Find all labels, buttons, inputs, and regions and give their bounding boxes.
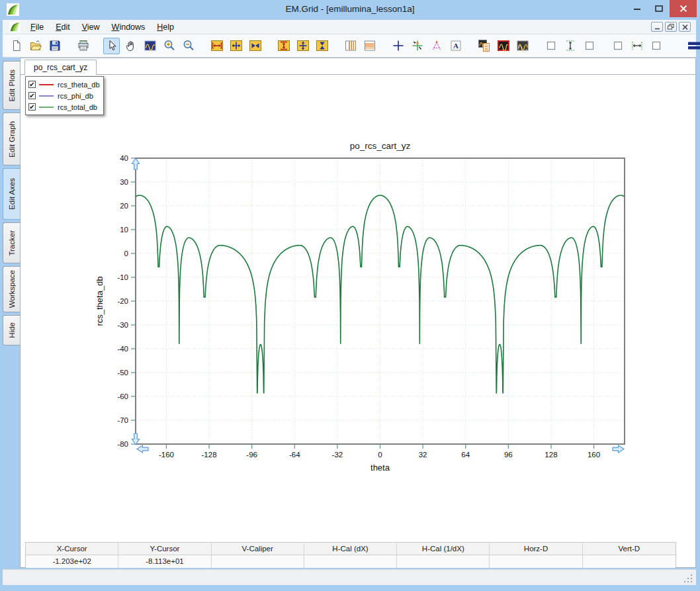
y-tick-label: -40 <box>117 345 128 353</box>
menu-edit[interactable]: Edit <box>50 21 76 34</box>
x-axis-right-handle[interactable] <box>613 445 624 453</box>
mdi-minimize-button[interactable] <box>651 22 663 32</box>
pan-hand-button[interactable] <box>122 38 139 54</box>
y-tick-label: -30 <box>117 321 128 329</box>
zoom-out-button[interactable] <box>180 38 197 54</box>
maximize-button[interactable] <box>648 0 670 17</box>
legend-label: rcs_phi_db <box>58 92 93 100</box>
expand-horizontal-button[interactable] <box>208 38 225 54</box>
mdi-window-controls <box>651 22 691 32</box>
status-val-Vert-D <box>583 555 676 568</box>
status-col-X-Cursor: X-Cursor <box>26 543 118 555</box>
box-blank-2-button[interactable] <box>581 38 597 54</box>
zoom-in-button[interactable] <box>161 38 177 54</box>
x-tick-label: -128 <box>202 451 217 459</box>
chart-title: po_rcs_cart_yz <box>350 141 411 151</box>
new-document-button[interactable] <box>8 38 24 54</box>
chart-plot-area[interactable]: -160-128-96-64-320326496128160403020100-… <box>93 133 669 484</box>
legend-box: ✔rcs_theta_db✔rcs_phi_db✔rcs_total_db <box>25 76 104 115</box>
legend-checkbox-rcs_phi_db[interactable]: ✔ <box>28 92 36 99</box>
horizontal-markers-button[interactable] <box>361 38 378 54</box>
y-tick-label: 20 <box>120 202 128 210</box>
y-tick-label: -80 <box>117 440 128 448</box>
fit-vertical-button[interactable] <box>294 38 311 54</box>
side-tab-edit-axes[interactable]: Edit Axes <box>3 168 20 220</box>
x-tick-label: -160 <box>159 451 174 459</box>
side-tab-label: Tracker <box>8 230 16 256</box>
y-tick-label: -10 <box>117 273 128 281</box>
distribute-vertical-button[interactable] <box>562 38 578 54</box>
y-tick-label: 40 <box>120 154 128 162</box>
text-annotation-button[interactable]: A <box>447 38 464 54</box>
menu-help[interactable]: Help <box>151 21 180 34</box>
mdi-close-button[interactable] <box>679 22 691 32</box>
compress-vertical-button[interactable] <box>314 38 330 54</box>
print-button[interactable] <box>75 38 91 54</box>
y-axis-bottom-handle[interactable] <box>132 433 140 445</box>
side-tab-workspace[interactable]: Workspace <box>3 266 20 312</box>
resize-grip[interactable] <box>691 581 693 583</box>
side-tab-label: Workspace <box>8 270 16 308</box>
y-axis-top-handle[interactable] <box>132 158 140 169</box>
save-file-button[interactable] <box>46 38 63 54</box>
layout-menu-button[interactable]: Layout▾ <box>683 38 700 54</box>
x-axis-left-handle[interactable] <box>137 445 148 453</box>
plot-report-button[interactable] <box>476 38 492 54</box>
x-tick-label: -32 <box>332 451 343 459</box>
side-tab-label: Edit Axes <box>8 178 16 210</box>
titlebar: EM.Grid - [emillumina_lesson1a] <box>0 0 700 20</box>
minimize-button[interactable] <box>626 0 648 17</box>
status-val-Y-Cursor: -8.113e+01 <box>118 555 211 568</box>
y-tick-label: -70 <box>117 416 128 424</box>
select-cursor-button[interactable] <box>103 38 120 54</box>
legend-item-rcs_total_db: ✔rcs_total_db <box>28 101 101 113</box>
x-tick-label: 96 <box>504 451 513 459</box>
close-button[interactable] <box>670 0 697 17</box>
menu-windows[interactable]: Windows <box>106 21 152 34</box>
side-tab-edit-graph[interactable]: Edit Graph <box>3 113 20 165</box>
caliper-button[interactable] <box>428 38 445 54</box>
x-tick-label: 32 <box>419 451 427 459</box>
compress-horizontal-button[interactable] <box>247 38 263 54</box>
side-tab-edit-plots[interactable]: Edit Plots <box>3 61 20 110</box>
app-statusbar <box>3 569 696 585</box>
side-tab-hide[interactable]: Hide <box>3 315 20 345</box>
side-tab-label: Edit Plots <box>8 69 16 102</box>
legend-label: rcs_total_db <box>58 103 97 111</box>
document-logo-icon <box>9 21 21 32</box>
box-blank-3-button[interactable] <box>609 38 626 54</box>
box-blank-4-button[interactable] <box>648 38 664 54</box>
x-tick-label: 0 <box>378 451 382 459</box>
status-val-V-Caliper <box>212 555 304 568</box>
zoom-window-button[interactable] <box>142 38 158 54</box>
box-blank-1-button[interactable] <box>543 38 559 54</box>
crosshair-button[interactable] <box>390 38 406 54</box>
open-file-button[interactable] <box>27 38 44 54</box>
fit-horizontal-button[interactable] <box>228 38 244 54</box>
legend-line-swatch <box>39 95 54 97</box>
side-tab-tracker[interactable]: Tracker <box>3 222 20 263</box>
plot-frame-button[interactable] <box>495 38 511 54</box>
plot-panel: po_rcs_cart_yz ✔rcs_theta_db✔rcs_phi_db✔… <box>20 58 696 568</box>
legend-checkbox-rcs_total_db[interactable]: ✔ <box>28 103 36 111</box>
menu-file[interactable]: File <box>24 21 50 34</box>
tab-po-rcs-cart-yz[interactable]: po_rcs_cart_yz <box>24 60 97 75</box>
plot-multi-button[interactable] <box>514 38 531 54</box>
legend-checkbox-rcs_theta_db[interactable]: ✔ <box>28 81 36 88</box>
app-window: EM.Grid - [emillumina_lesson1a] FileEdit… <box>0 0 700 591</box>
menu-view[interactable]: View <box>76 21 106 34</box>
tracker-cursor-button[interactable] <box>409 38 425 54</box>
side-tab-label: Hide <box>8 322 16 338</box>
mdi-restore-button[interactable] <box>665 22 677 32</box>
x-tick-label: 128 <box>545 451 557 459</box>
expand-vertical-button[interactable] <box>275 38 292 54</box>
legend-item-rcs_theta_db: ✔rcs_theta_db <box>28 79 101 90</box>
y-tick-label: 30 <box>120 178 128 186</box>
vertical-markers-button[interactable] <box>342 38 359 54</box>
x-tick-label: 160 <box>588 451 600 459</box>
legend-line-swatch <box>39 84 54 85</box>
x-axis-label: theta <box>371 463 390 473</box>
y-tick-label: -20 <box>117 297 128 305</box>
status-col-H-Cal (1/dX): H-Cal (1/dX) <box>397 543 490 555</box>
distribute-horizontal-button[interactable] <box>629 38 645 54</box>
